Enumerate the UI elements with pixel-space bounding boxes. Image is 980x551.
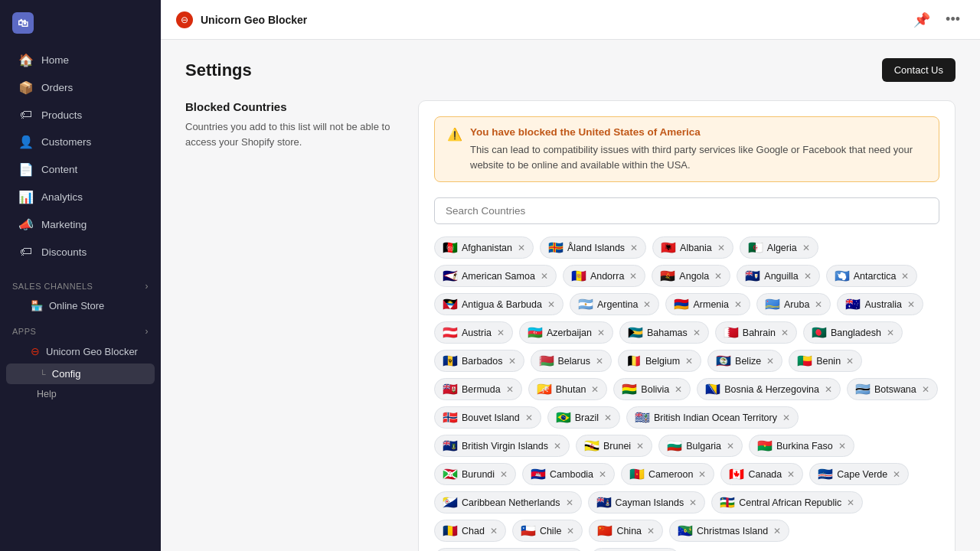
country-name: Argentina	[597, 299, 639, 310]
country-flag: 🇧🇶	[443, 495, 458, 510]
country-name: Belize	[735, 356, 761, 367]
country-name: Bosnia & Herzegovina	[724, 384, 819, 395]
country-remove-button[interactable]: ✕	[907, 300, 915, 309]
content-icon: 📄	[18, 162, 34, 177]
country-remove-button[interactable]: ✕	[554, 442, 561, 451]
country-remove-button[interactable]: ✕	[547, 300, 555, 309]
pin-button[interactable]: 📌	[909, 8, 935, 31]
country-remove-button[interactable]: ✕	[591, 385, 599, 394]
country-remove-button[interactable]: ✕	[893, 470, 900, 479]
country-remove-button[interactable]: ✕	[629, 272, 637, 281]
country-remove-button[interactable]: ✕	[685, 357, 693, 366]
country-remove-button[interactable]: ✕	[847, 498, 854, 507]
country-tag: 🇧🇭 Bahrain ✕	[715, 321, 797, 344]
country-remove-button[interactable]: ✕	[599, 470, 606, 479]
country-remove-button[interactable]: ✕	[922, 385, 929, 394]
sidebar-item-orders[interactable]: 📦 Orders	[6, 74, 155, 101]
content-area: Settings Contact Us Blocked Countries Co…	[161, 40, 980, 551]
orders-icon: 📦	[18, 80, 34, 95]
country-flag: 🇮🇴	[635, 410, 650, 425]
country-remove-button[interactable]: ✕	[490, 527, 498, 536]
country-remove-button[interactable]: ✕	[773, 527, 781, 536]
country-remove-button[interactable]: ✕	[698, 470, 706, 479]
more-button[interactable]: •••	[941, 8, 965, 31]
country-flag: 🇹🇩	[443, 523, 458, 538]
country-remove-button[interactable]: ✕	[647, 527, 655, 536]
country-remove-button[interactable]: ✕	[838, 442, 846, 451]
country-remove-button[interactable]: ✕	[727, 442, 734, 451]
country-remove-button[interactable]: ✕	[566, 498, 573, 507]
country-remove-button[interactable]: ✕	[597, 328, 605, 337]
country-remove-button[interactable]: ✕	[596, 357, 603, 366]
country-remove-button[interactable]: ✕	[636, 442, 644, 451]
chevron-right-icon: ›	[145, 281, 149, 292]
country-remove-button[interactable]: ✕	[506, 385, 514, 394]
country-remove-button[interactable]: ✕	[781, 328, 789, 337]
country-remove-button[interactable]: ✕	[714, 272, 722, 281]
warning-content: You have blocked the United States of Am…	[470, 126, 926, 172]
sidebar-item-config[interactable]: └ Config	[6, 364, 155, 384]
country-remove-button[interactable]: ✕	[518, 243, 525, 253]
sales-channels-label: Sales channels ›	[0, 272, 161, 295]
country-remove-button[interactable]: ✕	[734, 300, 742, 309]
country-flag: 🇧🇦	[705, 382, 720, 396]
country-remove-button[interactable]: ✕	[497, 328, 505, 337]
country-remove-button[interactable]: ✕	[525, 413, 533, 422]
country-tag: 🇧🇦 Bosnia & Herzegovina ✕	[697, 378, 841, 400]
country-remove-button[interactable]: ✕	[630, 243, 638, 253]
country-tag: 🇦🇮 Anguilla ✕	[737, 265, 819, 287]
country-flag: 🇧🇬	[667, 439, 682, 453]
country-name: Caribbean Netherlands	[462, 497, 560, 508]
country-remove-button[interactable]: ✕	[541, 272, 548, 281]
sidebar-item-home[interactable]: 🏠 Home	[6, 47, 155, 73]
country-remove-button[interactable]: ✕	[815, 300, 822, 309]
sidebar-item-marketing[interactable]: 📣 Marketing	[6, 211, 155, 238]
marketing-icon: 📣	[18, 217, 34, 232]
country-remove-button[interactable]: ✕	[500, 470, 508, 479]
country-tag: 🇦🇷 Argentina ✕	[570, 293, 660, 315]
country-name: Antarctica	[854, 271, 897, 282]
country-remove-button[interactable]: ✕	[604, 413, 612, 422]
country-remove-button[interactable]: ✕	[567, 527, 574, 536]
country-remove-button[interactable]: ✕	[766, 357, 774, 366]
country-flag: 🇧🇷	[556, 410, 571, 425]
sidebar-item-unicorn[interactable]: ⊖ Unicorn Geo Blocker	[6, 341, 155, 362]
country-flag: 🇧🇴	[622, 382, 637, 396]
sidebar-nav: 🏠 Home 📦 Orders 🏷 Products 👤 Customers 📄…	[0, 40, 161, 272]
country-remove-button[interactable]: ✕	[717, 243, 725, 253]
country-flag: 🇦🇸	[443, 269, 458, 283]
sidebar-item-customers[interactable]: 👤 Customers	[6, 129, 155, 155]
country-name: Albania	[680, 243, 712, 253]
country-tag: 🇧🇾 Belarus ✕	[531, 350, 612, 372]
search-input[interactable]	[434, 197, 939, 224]
sidebar-item-content[interactable]: 📄 Content	[6, 156, 155, 183]
countries-grid: 🇦🇫 Afghanistan ✕ 🇦🇽 Åland Islands ✕ 🇦🇱 A…	[434, 236, 939, 551]
contact-us-button[interactable]: Contact Us	[882, 58, 956, 82]
country-name: Algeria	[767, 243, 797, 253]
country-remove-button[interactable]: ✕	[825, 385, 832, 394]
country-remove-button[interactable]: ✕	[901, 272, 909, 281]
country-flag: 🇧🇮	[443, 467, 458, 481]
sidebar-item-discounts[interactable]: 🏷 Discounts	[6, 239, 155, 265]
country-remove-button[interactable]: ✕	[887, 328, 894, 337]
country-name: Benin	[816, 356, 841, 367]
country-remove-button[interactable]: ✕	[675, 385, 682, 394]
sidebar-item-analytics[interactable]: 📊 Analytics	[6, 184, 155, 210]
sidebar-item-online-store[interactable]: 🏪 Online Store	[6, 295, 155, 316]
sidebar-item-products[interactable]: 🏷 Products	[6, 102, 155, 128]
country-remove-button[interactable]: ✕	[693, 328, 701, 337]
country-remove-button[interactable]: ✕	[643, 300, 651, 309]
country-tag: 🇰🇭 Cambodia ✕	[522, 463, 615, 485]
country-name: Åland Islands	[567, 243, 625, 253]
country-remove-button[interactable]: ✕	[846, 357, 854, 366]
country-remove-button[interactable]: ✕	[802, 243, 810, 253]
country-remove-button[interactable]: ✕	[508, 357, 516, 366]
country-remove-button[interactable]: ✕	[689, 498, 697, 507]
country-remove-button[interactable]: ✕	[804, 272, 812, 281]
country-tag: 🇨🇦 Canada ✕	[720, 463, 803, 485]
country-tag: 🇦🇽 Åland Islands ✕	[540, 236, 646, 259]
settings-left-panel: Blocked Countries Countries you add to t…	[185, 100, 400, 551]
country-remove-button[interactable]: ✕	[787, 470, 795, 479]
sidebar-item-help[interactable]: Help	[0, 385, 161, 403]
country-remove-button[interactable]: ✕	[782, 413, 790, 422]
